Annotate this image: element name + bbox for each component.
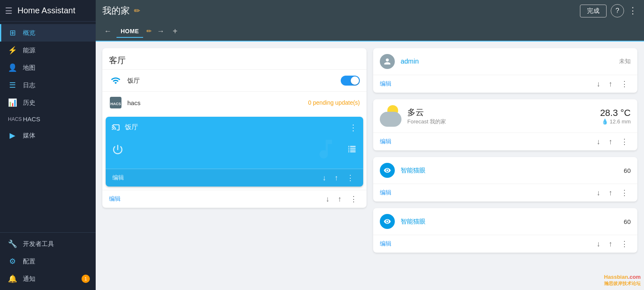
app-title: Home Assistant — [17, 6, 75, 15]
wifi-icon — [109, 74, 122, 87]
notify-badge: 1 — [82, 275, 90, 283]
user-edit-button[interactable]: 编辑 — [380, 80, 391, 88]
media-card-actions: 编辑 ↓ ↑ ⋮ — [106, 169, 363, 187]
living-card-actions: 编辑 ↓ ↑ ⋮ — [102, 190, 367, 208]
topbar-left: 我的家 ✏ — [102, 5, 140, 17]
tab-add-button[interactable]: + — [169, 25, 181, 38]
cast-icon — [111, 122, 121, 133]
camera-2-edit-button[interactable]: 编辑 — [380, 240, 391, 248]
living-down-arrow[interactable]: ↓ — [323, 194, 332, 204]
media-more-icon[interactable]: ⋮ — [349, 123, 357, 133]
device-fanting-name: 饭厅 — [127, 77, 336, 85]
overview-icon: ⊞ — [8, 28, 17, 37]
sidebar-item-label: HACS — [23, 116, 40, 123]
living-up-arrow[interactable]: ↑ — [335, 194, 344, 204]
camera-1-more-icon[interactable]: ⋮ — [618, 187, 631, 198]
energy-icon: ⚡ — [8, 46, 17, 55]
topbar-more-icon[interactable]: ⋮ — [628, 5, 637, 16]
living-more-icon[interactable]: ⋮ — [347, 194, 360, 204]
eye-row-1: 智能猫眼 60 — [373, 157, 637, 184]
media-bg-music-icon — [313, 137, 338, 167]
user-row: admin 未知 — [373, 48, 637, 75]
media-card-header: 饭厅 ⋮ — [106, 117, 363, 135]
tab-home-label: HOME — [121, 28, 139, 34]
main-area: 我的家 ✏ 完成 ? ⋮ ← HOME ✏ → + 客厅 — [96, 0, 644, 290]
camera-2-more-icon[interactable]: ⋮ — [618, 238, 631, 249]
weather-temp-section: 28.3 °C 💧 12.6 mm — [600, 108, 631, 125]
user-status: 未知 — [619, 58, 631, 65]
hacs-icon: HACS — [8, 116, 17, 122]
hacs-status: 0 pending update(s) — [308, 99, 360, 106]
help-button[interactable]: ? — [611, 4, 624, 17]
weather-icon — [380, 105, 401, 127]
sidebar-item-overview[interactable]: ⊞ 概览 — [0, 24, 96, 42]
weather-card: 多云 Forecast 我的家 28.3 °C 💧 12.6 mm 编辑 ↓ — [373, 99, 637, 150]
weather-up-arrow[interactable]: ↑ — [606, 137, 615, 147]
sidebar-item-history[interactable]: 📊 历史 — [0, 94, 96, 111]
sidebar-item-energy[interactable]: ⚡ 能源 — [0, 42, 96, 59]
tab-home[interactable]: HOME — [116, 25, 143, 38]
sidebar-item-label: 日志 — [23, 81, 35, 89]
tab-next-arrow[interactable]: → — [155, 25, 166, 37]
svg-text:HACS: HACS — [110, 102, 121, 106]
media-up-arrow[interactable]: ↑ — [332, 173, 341, 183]
sidebar-item-notify[interactable]: 🔔 通知 1 — [0, 270, 96, 288]
sidebar: ☰ Home Assistant ⊞ 概览 ⚡ 能源 👤 地图 ☰ 日志 📊 历… — [0, 0, 96, 290]
weather-description: 多云 — [407, 107, 594, 118]
user-up-arrow[interactable]: ↑ — [606, 79, 615, 89]
camera-card-1: 智能猫眼 60 编辑 ↓ ↑ ⋮ — [373, 157, 637, 202]
sidebar-item-label: 开发者工具 — [23, 240, 54, 248]
menu-icon[interactable]: ☰ — [5, 6, 12, 16]
weather-subtitle: Forecast 我的家 — [407, 118, 594, 125]
notify-icon: 🔔 — [8, 274, 17, 283]
camera-1-up-arrow[interactable]: ↑ — [606, 188, 615, 198]
camera-1-value: 60 — [624, 167, 631, 174]
sidebar-item-label: 概览 — [23, 29, 35, 37]
camera-1-down-arrow[interactable]: ↓ — [594, 188, 603, 198]
sidebar-item-devtools[interactable]: 🔧 开发者工具 — [0, 235, 96, 253]
device-row-fanting: 饭厅 — [102, 69, 367, 91]
media-icon: ▶ — [8, 131, 17, 140]
sidebar-nav: ⊞ 概览 ⚡ 能源 👤 地图 ☰ 日志 📊 历史 HACS HACS ▶ 媒体 — [0, 22, 96, 232]
sidebar-header: ☰ Home Assistant — [0, 0, 96, 22]
sidebar-item-hacs[interactable]: HACS HACS — [0, 111, 96, 127]
camera-2-up-arrow[interactable]: ↑ — [606, 239, 615, 249]
media-more-options-icon[interactable]: ⋮ — [344, 172, 357, 183]
media-power-button[interactable] — [111, 143, 124, 159]
topbar-right: 完成 ? ⋮ — [580, 4, 637, 17]
weather-down-arrow[interactable]: ↓ — [594, 137, 603, 147]
media-edit-button[interactable]: 编辑 — [112, 174, 124, 182]
device-row-hacs: HACS hacs 0 pending update(s) — [102, 91, 367, 113]
camera-1-actions: 编辑 ↓ ↑ ⋮ — [373, 184, 637, 202]
sidebar-bottom: 🔧 开发者工具 ⚙ 配置 🔔 通知 1 — [0, 232, 96, 290]
map-icon: 👤 — [8, 63, 17, 72]
media-down-arrow[interactable]: ↓ — [320, 173, 329, 183]
living-edit-button[interactable]: 编辑 — [109, 195, 121, 203]
done-button[interactable]: 完成 — [580, 5, 607, 17]
sidebar-item-label: 配置 — [23, 258, 35, 265]
tab-edit-icon[interactable]: ✏ — [146, 27, 152, 35]
user-card: admin 未知 编辑 ↓ ↑ ⋮ — [373, 48, 637, 93]
tab-prev-arrow[interactable]: ← — [102, 25, 113, 37]
sidebar-item-config[interactable]: ⚙ 配置 — [0, 253, 96, 270]
config-icon: ⚙ — [8, 257, 17, 266]
right-column: admin 未知 编辑 ↓ ↑ ⋮ — [373, 48, 637, 253]
camera-1-edit-button[interactable]: 编辑 — [380, 189, 391, 197]
sidebar-item-map[interactable]: 👤 地图 — [0, 59, 96, 76]
weather-more-icon[interactable]: ⋮ — [618, 136, 631, 147]
sidebar-item-label: 通知 — [23, 275, 35, 283]
sidebar-item-media[interactable]: ▶ 媒体 — [0, 127, 96, 144]
weather-row: 多云 Forecast 我的家 28.3 °C 💧 12.6 mm — [373, 99, 637, 133]
user-more-icon[interactable]: ⋮ — [618, 79, 631, 89]
media-queue-icon[interactable] — [347, 144, 357, 158]
camera-2-down-arrow[interactable]: ↓ — [594, 239, 603, 249]
content-area: 客厅 饭厅 — [96, 42, 644, 290]
sidebar-item-log[interactable]: ☰ 日志 — [0, 76, 96, 94]
user-down-arrow[interactable]: ↓ — [594, 79, 603, 89]
fanting-toggle[interactable] — [341, 76, 360, 86]
page-title-edit-icon[interactable]: ✏ — [134, 6, 140, 15]
device-hacs-name: hacs — [127, 99, 303, 106]
weather-edit-button[interactable]: 编辑 — [380, 138, 391, 145]
media-player-card: 饭厅 ⋮ — [106, 117, 363, 187]
user-card-actions: 编辑 ↓ ↑ ⋮ — [373, 75, 637, 93]
